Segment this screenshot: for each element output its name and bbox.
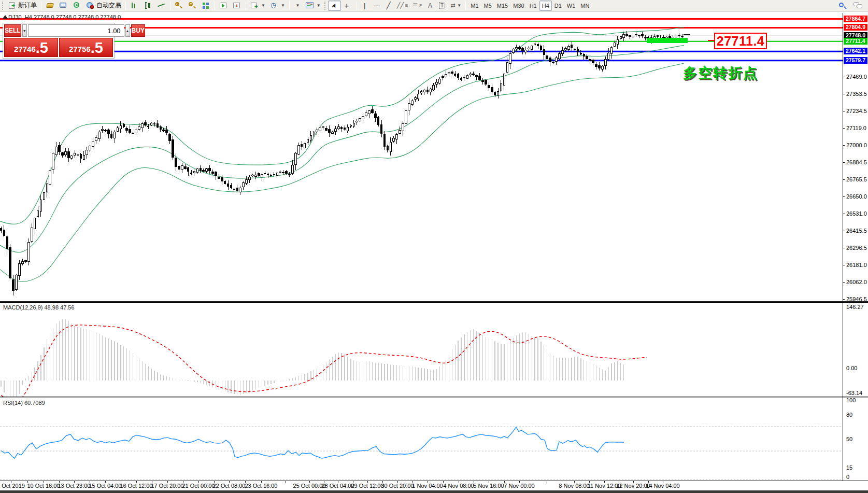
timeframe-mn-button[interactable]: MN — [578, 1, 592, 11]
text-tool-button[interactable]: A — [424, 1, 436, 11]
buy-price-button[interactable]: 27756.5 — [59, 38, 113, 57]
price-tick-label: 27234.5 — [846, 108, 867, 114]
rsi-pane-canvas[interactable] — [0, 398, 843, 481]
buy-price-main: 27756 — [69, 43, 91, 56]
search-button[interactable] — [836, 1, 848, 11]
time-tick-mark — [663, 481, 663, 483]
time-label: 4 Nov 08:00 — [443, 483, 474, 489]
price-tick-mark — [843, 111, 845, 111]
timeframe-d1-button[interactable]: D1 — [552, 1, 564, 11]
toolbar: + 新订单 自动交易 — [0, 0, 868, 11]
chart-shift-button[interactable]: ▼ — [304, 1, 323, 11]
price-tick-mark — [843, 77, 845, 77]
templates-button[interactable]: ▼ — [292, 1, 303, 11]
crosshair-icon: + — [344, 2, 352, 9]
volume-input[interactable] — [28, 24, 124, 37]
volume-decrease-button[interactable]: ▼ — [22, 24, 27, 37]
zoom-in-icon: + — [175, 2, 183, 9]
buy-button[interactable]: BUY — [131, 24, 145, 37]
zoom-out-icon: - — [188, 2, 197, 9]
tile-windows-button[interactable] — [200, 1, 212, 11]
time-tick-mark — [489, 481, 489, 483]
pane-separator[interactable] — [0, 397, 868, 397]
channel-tool-button[interactable]: ╱╱E — [395, 1, 410, 11]
text-label-tool-button[interactable]: T — [436, 1, 448, 11]
price-tick-label: 26296.5 — [846, 245, 867, 251]
autotrading-button[interactable]: 自动交易 — [84, 1, 123, 11]
gold-icon — [46, 2, 54, 9]
price-tick-mark — [843, 196, 845, 197]
price-callout-label[interactable]: 27711.4 — [714, 33, 767, 49]
time-tick-mark — [74, 481, 75, 483]
chevron-down-icon: ▼ — [261, 3, 265, 8]
data-window-button[interactable]: + — [231, 1, 244, 11]
main-chart-canvas[interactable] — [0, 13, 843, 301]
macd-pane-canvas[interactable] — [0, 302, 843, 397]
time-label: 5 Nov 16:00 — [473, 483, 504, 489]
sell-price-button[interactable]: 27746.5 — [4, 38, 58, 57]
add-indicator-button[interactable]: + ▼ — [248, 1, 267, 11]
macd-scale-label: 146.27 — [846, 304, 864, 310]
chat-button[interactable] — [851, 1, 865, 11]
trendline-tool-button[interactable]: ╱ — [383, 1, 394, 11]
chevron-down-icon: ▼ — [295, 3, 300, 8]
time-label: 8 Nov 08:00 — [559, 483, 589, 489]
toolbar-grip[interactable] — [324, 2, 326, 10]
price-axis-border — [843, 13, 843, 481]
timeframe-m1-button[interactable]: M1 — [468, 1, 481, 11]
zoom-in-button[interactable]: + — [173, 1, 186, 11]
new-order-icon: + — [8, 2, 17, 9]
price-tick-label: 27119.0 — [846, 125, 866, 131]
sell-button[interactable]: SELL — [4, 24, 21, 37]
cursor-tool-button[interactable]: ➤ — [328, 1, 341, 11]
fibonacci-tool-button[interactable]: ☰F — [410, 1, 424, 11]
window-bottom-edge — [0, 490, 868, 493]
price-tick-mark — [843, 231, 845, 231]
time-tick-mark — [574, 481, 575, 483]
pane-separator[interactable] — [0, 301, 868, 302]
price-tick-label: 26181.0 — [846, 262, 867, 268]
timeframe-w1-button[interactable]: W1 — [564, 1, 578, 11]
pane-separator[interactable] — [0, 398, 868, 398]
time-tick-mark — [459, 481, 459, 483]
volume-increase-button[interactable]: ▲ — [125, 24, 130, 37]
price-tick-mark — [843, 248, 845, 248]
zoom-out-button[interactable]: - — [186, 1, 199, 11]
new-order-label: 新订单 — [18, 1, 37, 10]
arrows-tool-button[interactable]: ⇄ ▼ — [448, 1, 463, 11]
timeframe-m5-button[interactable]: M5 — [481, 1, 494, 11]
timeframe-m15-button[interactable]: M15 — [494, 1, 510, 11]
time-tick-mark — [198, 481, 199, 483]
crosshair-tool-button[interactable]: + — [341, 1, 354, 11]
support-zone-highlight[interactable] — [647, 38, 688, 43]
toolbar-grip[interactable] — [2, 2, 4, 10]
last-price-marker — [684, 34, 690, 35]
bar-chart-mode-button[interactable] — [128, 1, 141, 11]
bollinger-middle[interactable] — [0, 45, 684, 252]
vertical-line-tool-button[interactable]: | — [359, 1, 371, 11]
chart-title: DJ30 ,H4 27748.0 27748.0 27748.0 27748.0 — [8, 14, 121, 20]
bollinger-lower[interactable] — [0, 63, 684, 281]
pane-separator[interactable] — [0, 302, 868, 303]
chart-template-icon — [306, 2, 315, 9]
price-level-badge: 27804.9 — [844, 24, 867, 31]
collapse-arrow-icon[interactable] — [3, 15, 8, 19]
strategy-tester-button[interactable] — [217, 1, 230, 11]
timeframe-h1-button[interactable]: H1 — [527, 1, 539, 11]
new-order-button[interactable]: + 新订单 — [6, 1, 39, 11]
price-tick-mark — [843, 128, 845, 129]
chevron-down-icon: ▼ — [281, 3, 285, 8]
signals-button[interactable] — [70, 1, 83, 11]
horizontal-line-tool-button[interactable]: — — [371, 1, 382, 11]
time-tick-mark — [11, 481, 11, 483]
terminal-button[interactable] — [57, 1, 70, 11]
time-tick-mark — [633, 481, 634, 483]
candle-chart-mode-button[interactable] — [141, 1, 154, 11]
timeframe-h4-button[interactable]: H4 — [539, 1, 552, 11]
radar-icon — [73, 2, 81, 9]
market-watch-button[interactable] — [44, 1, 56, 11]
periods-button[interactable]: ◷ ▼ — [268, 1, 287, 11]
turning-point-annotation[interactable]: 多空转折点 — [683, 64, 758, 82]
line-chart-mode-button[interactable] — [155, 1, 168, 11]
timeframe-m30-button[interactable]: M30 — [510, 1, 527, 11]
